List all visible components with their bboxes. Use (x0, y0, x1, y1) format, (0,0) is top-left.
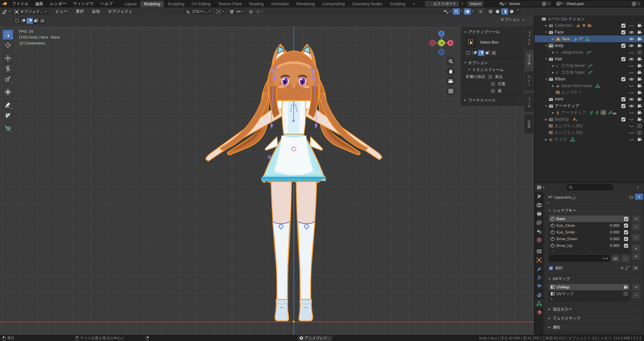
vgroup-specials-button[interactable]: ▼ (635, 193, 643, 200)
scene-selector[interactable]: ▼ Scene ✕ (498, 1, 552, 7)
tab-collection[interactable] (535, 247, 543, 256)
proportional-edit-toggle[interactable] (247, 8, 254, 15)
camera-x-toggle[interactable] (637, 50, 642, 54)
shading-rendered[interactable] (508, 8, 515, 15)
zoom-button[interactable] (446, 57, 455, 66)
eye-open-toggle[interactable] (629, 44, 634, 48)
outliner-row-エンプティ.001[interactable]: エンプティ.001 (535, 123, 644, 129)
workspace-tab-uv-editing[interactable]: UV Editing (188, 1, 214, 7)
eye-closed-toggle[interactable] (629, 111, 634, 115)
check-toggle[interactable] (621, 57, 626, 61)
blender-logo[interactable] (0, 1, 9, 6)
remove-shape-key[interactable]: − (632, 223, 641, 230)
side-tab-1[interactable]: ツール (525, 50, 533, 69)
camera-toggle[interactable] (637, 64, 642, 68)
tab-physics[interactable] (535, 282, 543, 290)
shading-dropdown[interactable]: ▼ (517, 9, 519, 14)
tab-data[interactable] (535, 299, 543, 308)
side-tab-3[interactable]: ツール (525, 93, 533, 112)
side-tab-0[interactable]: アイテム (525, 26, 533, 50)
properties-search[interactable] (567, 184, 613, 190)
shape-key-Brow_Down[interactable]: Brow_Down0.000 (549, 235, 630, 242)
select-mode-new[interactable] (465, 50, 472, 56)
expand-arrow[interactable]: ▶ (551, 71, 555, 74)
uv-maps-header[interactable]: ▼UVマップ:::: (545, 275, 643, 283)
move-key-down[interactable]: ▼ (632, 253, 641, 260)
shape-keys-header[interactable]: ▼シェイプキー:::: (545, 207, 643, 214)
tab-object[interactable] (535, 256, 543, 264)
pan-button[interactable] (446, 67, 455, 76)
eye-closed-toggle[interactable] (629, 51, 634, 54)
select-mode-invert[interactable] (33, 18, 39, 24)
check-toggle[interactable] (621, 30, 626, 35)
new-scene-icon[interactable] (542, 2, 546, 6)
shape-key-value[interactable]: 0.000 (610, 244, 620, 248)
shape-key-Base[interactable]: Base (549, 215, 630, 222)
shape-key-value[interactable]: 0.000 (610, 237, 620, 241)
expand-arrow[interactable]: ▶ (551, 51, 555, 54)
eye-closed-toggle[interactable] (629, 118, 634, 121)
workspace-tab-scripting[interactable]: Scripting (386, 1, 409, 7)
eye-closed-toggle[interactable] (629, 71, 634, 74)
camera-toggle[interactable] (637, 37, 642, 41)
select-mode-intersect[interactable] (491, 50, 497, 56)
eye-open-toggle[interactable] (629, 57, 634, 61)
check-toggle[interactable] (621, 97, 626, 101)
shape-key-mute[interactable] (624, 223, 628, 228)
remove-uv-map[interactable]: − (632, 291, 641, 299)
options-header[interactable]: ▼ オプション :::: (461, 59, 524, 66)
shape-key-Eye_Smile[interactable]: Eye_Smile0.000 (549, 229, 630, 235)
eye-closed-toggle[interactable] (629, 124, 634, 128)
outliner-row-BackUp[interactable]: ▶BackUp5 (535, 116, 644, 123)
outliner-row-立方体:Taper[interactable]: ▶立方体:Taper (535, 69, 644, 76)
expand-arrow[interactable]: ▶ (544, 118, 548, 121)
snap-toggle[interactable] (228, 8, 235, 15)
tool-select-box[interactable] (2, 29, 13, 40)
outliner-row-Face[interactable]: ▼Face (535, 29, 644, 36)
workspace-tab-animation[interactable]: Animation (267, 1, 292, 7)
shape-key-Brow_Up[interactable]: Brow_Up0.000 (549, 242, 630, 249)
outliner-row-Hair[interactable]: ▼Hair (535, 56, 644, 62)
tab-material[interactable] (535, 308, 543, 317)
anim-play-badge[interactable]: アニメプレイ... (297, 336, 333, 341)
options-dropdown[interactable]: オプション▼ (500, 17, 525, 22)
select-mode-subtract[interactable] (478, 50, 484, 56)
menu-4[interactable]: ヘルプ (97, 1, 116, 7)
expand-arrow[interactable]: ▼ (544, 44, 548, 47)
outliner-row-立方体:Bevel[interactable]: ▶立方体:Bevel (535, 62, 644, 69)
pin-icon[interactable] (620, 266, 624, 270)
camera-toggle[interactable] (637, 111, 642, 115)
select-mode-extend[interactable] (20, 18, 26, 24)
outliner-row-mimi[interactable]: mimi (535, 96, 644, 103)
tab-render[interactable] (535, 201, 543, 209)
tool-cursor[interactable] (2, 40, 13, 50)
vp-menu-3[interactable]: オブジェクト (104, 9, 137, 14)
select-mode-new[interactable] (14, 18, 20, 24)
expand-arrow[interactable]: ▶ (551, 38, 555, 41)
eye-open-toggle[interactable] (629, 30, 634, 34)
vgroup-pin-icon[interactable] (626, 266, 630, 270)
outliner-row-アーマチュア[interactable]: ▼アーマチュア (535, 103, 644, 109)
camera-toggle[interactable] (637, 23, 642, 27)
workspace-tab-compositing[interactable]: Compositing (319, 1, 348, 7)
vertex-group-row[interactable]: UpperArm_L (547, 194, 641, 201)
add-workspace-button[interactable]: + (409, 1, 419, 7)
select-box-tool-icon[interactable] (465, 37, 477, 48)
workspace-tab-texture-paint[interactable]: Texture Paint (214, 1, 245, 7)
workspace-tab-rendering[interactable]: Rendering (293, 1, 319, 7)
panel-grip[interactable]: :::: (517, 30, 521, 33)
camera-x-toggle[interactable] (637, 131, 642, 135)
eye-open-toggle[interactable] (629, 104, 634, 108)
eye-open-toggle[interactable] (629, 37, 634, 41)
tab-output[interactable] (535, 209, 543, 218)
eye-closed-toggle[interactable] (629, 91, 634, 94)
workspace-tab-geometry-nodes[interactable]: Geometry Nodes (348, 1, 386, 7)
check-toggle[interactable] (621, 117, 626, 122)
tool-move[interactable] (2, 53, 13, 63)
outliner-row-エンプティ.002[interactable]: エンプティ.002 (535, 129, 644, 136)
gizmo-toggle[interactable] (453, 8, 460, 15)
camera-toggle[interactable] (637, 137, 642, 141)
gizmo-minus-x-axis[interactable] (430, 40, 435, 46)
transform-subheader[interactable]: ▼ トランスフォーム (461, 66, 524, 73)
uv-map-UVマップ[interactable]: UVマップ (549, 290, 630, 297)
